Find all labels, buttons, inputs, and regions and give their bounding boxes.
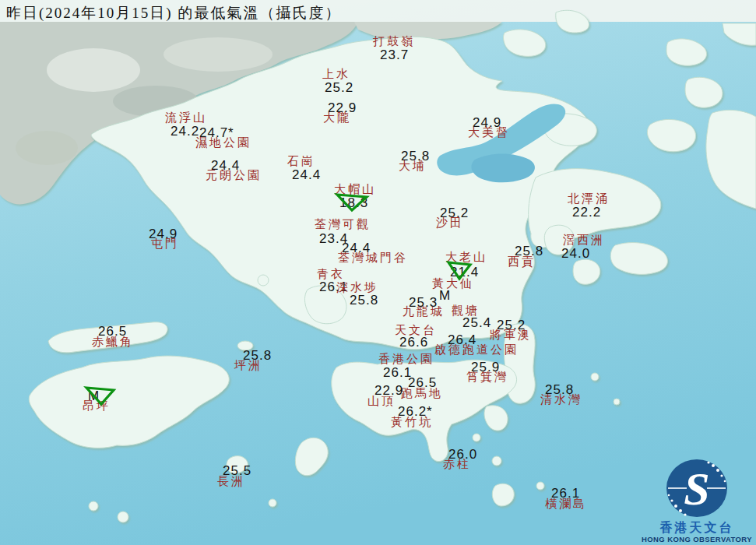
station-value: 25.2 bbox=[440, 206, 469, 220]
station-value: 25.5 bbox=[223, 464, 251, 477]
station-value: 24.7* bbox=[199, 126, 234, 139]
station-value: 25.2 bbox=[325, 81, 353, 94]
station-value: 24.4 bbox=[211, 159, 240, 172]
station-value: 25.8 bbox=[545, 383, 574, 396]
station-value: 24.9 bbox=[473, 116, 501, 129]
station-value: 26.0 bbox=[448, 448, 477, 461]
station-value: 25.8 bbox=[243, 349, 272, 362]
station-value: 25.8 bbox=[350, 294, 378, 307]
station-value: 23.7 bbox=[380, 48, 409, 62]
station-value: 26.2* bbox=[398, 405, 433, 418]
station-value: 25.2 bbox=[497, 318, 526, 332]
station-value: 24.4 bbox=[342, 241, 371, 255]
station-label: 上水 bbox=[322, 69, 350, 80]
station-value: 25.4 bbox=[462, 316, 491, 329]
station-value: 24.4 bbox=[292, 168, 321, 181]
station-label: 流浮山 bbox=[165, 112, 207, 124]
station-value: 25.9 bbox=[471, 360, 500, 374]
station-value: 26.5 bbox=[98, 325, 127, 338]
station-value: 18.3 bbox=[339, 196, 368, 209]
station-label: 香港公園 bbox=[378, 353, 434, 365]
station-label: 大帽山 bbox=[334, 184, 376, 195]
station-label: 打鼓嶺 bbox=[373, 36, 415, 47]
station-value: 26.6 bbox=[399, 336, 428, 349]
station-value: 22.9 bbox=[328, 101, 357, 114]
station-label: 青衣 bbox=[317, 269, 345, 280]
map: S 香港天文台 HONG KONG OBSERVATORY 昨日(2024年10… bbox=[0, 0, 756, 545]
station-label: 荃灣可觀 bbox=[315, 219, 371, 230]
station-value: 25.3 bbox=[409, 296, 438, 309]
station-value: 24.9 bbox=[149, 227, 178, 241]
station-value: 24.0 bbox=[561, 247, 590, 260]
station-value: 22.2 bbox=[572, 206, 601, 219]
station-value: 25.8 bbox=[515, 244, 543, 258]
station-label: 北潭涌 bbox=[568, 193, 610, 205]
station-label: 石崗 bbox=[287, 156, 315, 167]
stations-layer: 打鼓嶺23.7上水25.2大隴22.9流浮山24.2濕地公園24.7*大美督24… bbox=[0, 0, 756, 545]
station-value: 26.4 bbox=[448, 333, 476, 346]
station-value: 26.5 bbox=[408, 376, 437, 389]
station-value: 22.9 bbox=[374, 384, 403, 397]
station-value: 26.1 bbox=[551, 487, 580, 500]
station-label: 深水埗 bbox=[336, 282, 378, 294]
missing-data-m: M bbox=[88, 389, 100, 403]
missing-data-m: M bbox=[439, 289, 451, 302]
station-label: 大老山 bbox=[445, 251, 487, 263]
station-value: 25.8 bbox=[401, 149, 430, 163]
station-label: 滘西洲 bbox=[563, 234, 605, 246]
